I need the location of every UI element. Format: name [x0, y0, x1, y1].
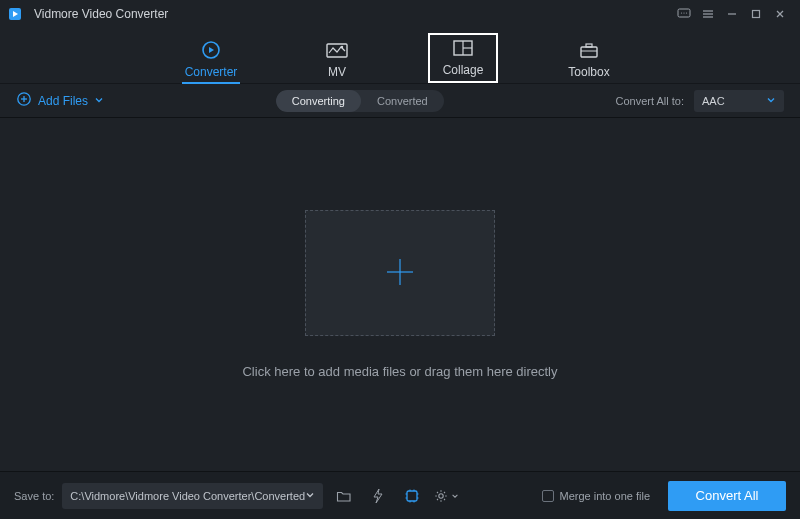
menu-icon[interactable]	[696, 4, 720, 24]
svg-point-3	[681, 12, 682, 13]
svg-point-4	[683, 12, 684, 13]
nav-tab-collage[interactable]: Collage	[428, 33, 498, 83]
convert-all-button[interactable]: Convert All	[668, 481, 786, 511]
save-to-label: Save to:	[14, 490, 54, 502]
settings-button[interactable]	[433, 483, 459, 509]
checkbox-icon	[542, 490, 554, 502]
add-files-label: Add Files	[38, 94, 88, 108]
save-path-value: C:\Vidmore\Vidmore Video Converter\Conve…	[70, 490, 305, 502]
merge-label: Merge into one file	[560, 490, 651, 502]
nav-label: Converter	[185, 65, 238, 79]
close-button[interactable]	[768, 4, 792, 24]
merge-checkbox[interactable]: Merge into one file	[542, 490, 651, 502]
lightning-button[interactable]	[365, 483, 391, 509]
nav-label: Collage	[443, 63, 484, 77]
svg-marker-28	[374, 489, 382, 503]
app-logo-icon	[8, 6, 26, 22]
svg-rect-21	[586, 44, 592, 47]
sub-toolbar: Add Files Converting Converted Convert A…	[0, 84, 800, 118]
titlebar: Vidmore Video Converter	[0, 0, 800, 28]
gpu-accel-button[interactable]	[399, 483, 425, 509]
minimize-button[interactable]	[720, 4, 744, 24]
dropzone-hint: Click here to add media files or drag th…	[242, 364, 557, 379]
convert-all-to: Convert All to: AAC	[616, 90, 784, 112]
status-segmented: Converting Converted	[276, 90, 444, 112]
open-folder-button[interactable]	[331, 483, 357, 509]
maximize-button[interactable]	[744, 4, 768, 24]
svg-rect-10	[753, 11, 760, 18]
nav-label: Toolbox	[568, 65, 609, 79]
seg-converting[interactable]: Converting	[276, 90, 361, 112]
chevron-down-icon	[94, 94, 104, 108]
svg-point-5	[686, 12, 687, 13]
nav-tab-toolbox[interactable]: Toolbox	[554, 39, 624, 83]
svg-point-38	[439, 493, 443, 497]
dropzone[interactable]	[305, 210, 495, 336]
chevron-down-icon	[766, 95, 776, 107]
add-files-button[interactable]: Add Files	[16, 91, 104, 110]
convert-all-to-label: Convert All to:	[616, 95, 684, 107]
app-title: Vidmore Video Converter	[34, 7, 168, 21]
chevron-down-icon	[451, 489, 459, 503]
collage-icon	[452, 37, 474, 59]
nav-tab-mv[interactable]: MV	[302, 39, 372, 83]
app-window: Vidmore Video Converter Converter	[0, 0, 800, 519]
seg-converted[interactable]: Converted	[361, 90, 444, 112]
main-area: Click here to add media files or drag th…	[0, 118, 800, 471]
save-path-select[interactable]: C:\Vidmore\Vidmore Video Converter\Conve…	[62, 483, 323, 509]
convert-all-to-select[interactable]: AAC	[694, 90, 784, 112]
toolbox-icon	[578, 39, 600, 61]
convert-all-to-value: AAC	[702, 95, 725, 107]
bottom-bar: Save to: C:\Vidmore\Vidmore Video Conver…	[0, 471, 800, 519]
svg-marker-14	[209, 47, 214, 53]
mv-icon	[325, 39, 349, 61]
add-plus-icon	[379, 251, 421, 296]
svg-rect-29	[407, 491, 417, 501]
nav-tab-converter[interactable]: Converter	[176, 39, 246, 83]
feedback-icon[interactable]	[672, 4, 696, 24]
plus-circle-icon	[16, 91, 32, 110]
chevron-down-icon	[305, 490, 315, 502]
nav-label: MV	[328, 65, 346, 79]
svg-point-16	[341, 46, 343, 48]
converter-icon	[200, 39, 222, 61]
main-nav: Converter MV Collage Toolbox	[0, 28, 800, 84]
svg-rect-20	[581, 47, 597, 57]
